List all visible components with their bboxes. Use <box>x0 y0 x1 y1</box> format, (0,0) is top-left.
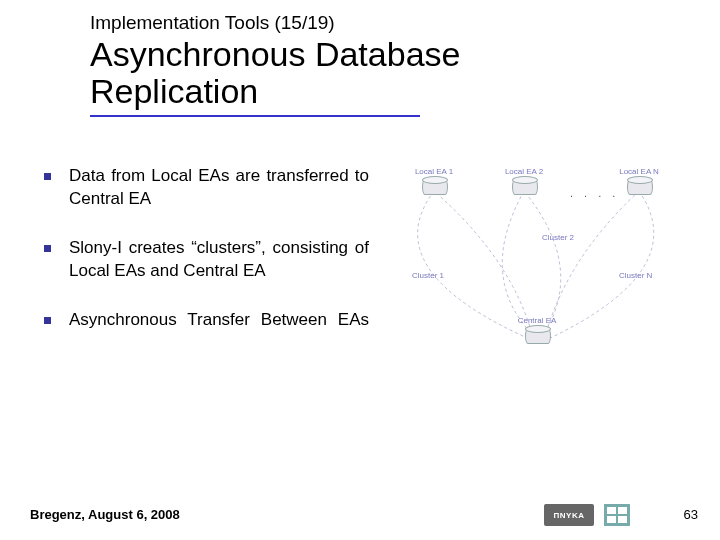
page-number: 63 <box>684 507 698 522</box>
bullet-column: Data from Local EAs are transferred to C… <box>44 165 384 371</box>
replication-diagram: Local EA 1 Local EA 2 Local EA N . . . .… <box>394 161 684 371</box>
square-bullet-icon <box>44 245 51 252</box>
node-central-ea: Central EA <box>502 316 572 347</box>
database-icon <box>627 176 651 196</box>
footer-logos: ΠNYKA <box>544 504 630 526</box>
ellipsis-dots: . . . . <box>570 187 619 199</box>
footer-location-date: Bregenz, August 6, 2008 <box>30 507 180 522</box>
node-label: Central EA <box>502 316 572 325</box>
cluster-label-2: Cluster 2 <box>542 233 574 242</box>
slide-title: Asynchronous Database Replication <box>90 36 720 109</box>
node-local-ea-1: Local EA 1 <box>399 167 469 198</box>
database-icon <box>525 325 549 345</box>
list-item: Slony-I creates “clusters”, consisting o… <box>44 237 384 283</box>
content-row: Data from Local EAs are transferred to C… <box>0 117 720 371</box>
list-item: Data from Local EAs are transferred to C… <box>44 165 384 211</box>
bullet-text: Asynchronous Transfer Between EAs <box>69 309 369 332</box>
title-line-1: Asynchronous Database <box>90 35 460 73</box>
grid-logo-icon <box>604 504 630 526</box>
bullet-list: Data from Local EAs are transferred to C… <box>44 165 384 332</box>
database-icon <box>422 176 446 196</box>
node-label: Local EA 2 <box>489 167 559 176</box>
title-line-2: Replication <box>90 72 258 110</box>
cluster-label-n: Cluster N <box>619 271 652 280</box>
square-bullet-icon <box>44 173 51 180</box>
supertitle: Implementation Tools (15/19) <box>90 12 720 34</box>
node-label: Local EA 1 <box>399 167 469 176</box>
cluster-label-1: Cluster 1 <box>412 271 444 280</box>
pnyka-logo-icon: ΠNYKA <box>544 504 594 526</box>
node-label: Local EA N <box>604 167 674 176</box>
node-local-ea-2: Local EA 2 <box>489 167 559 198</box>
list-item: Asynchronous Transfer Between EAs <box>44 309 384 332</box>
square-bullet-icon <box>44 317 51 324</box>
header-block: Implementation Tools (15/19) Asynchronou… <box>0 0 720 109</box>
slide-root: Implementation Tools (15/19) Asynchronou… <box>0 0 720 540</box>
diagram-column: Local EA 1 Local EA 2 Local EA N . . . .… <box>384 165 700 371</box>
database-icon <box>512 176 536 196</box>
bullet-text: Data from Local EAs are transferred to C… <box>69 165 369 211</box>
bullet-text: Slony-I creates “clusters”, consisting o… <box>69 237 369 283</box>
